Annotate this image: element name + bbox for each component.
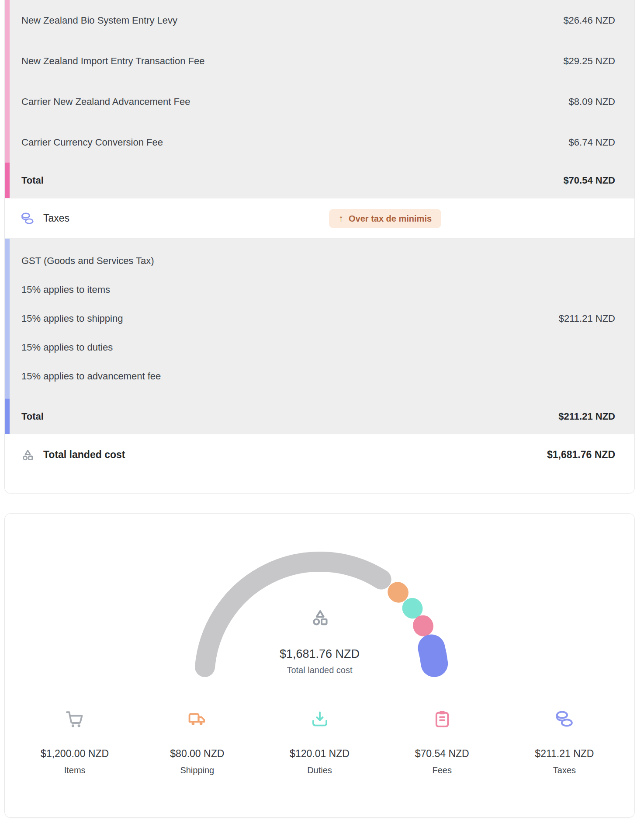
fee-accent-bar: [5, 122, 10, 163]
total-landed-cost-row: Total landed cost $1,681.76 NZD: [5, 434, 634, 476]
gst-row-list: GST (Goods and Services Tax) 15% applies…: [5, 239, 634, 399]
tax-detail-label: GST (Goods and Services Tax): [21, 255, 154, 267]
clipboard-icon: [433, 709, 452, 729]
fee-row: New Zealand Bio System Entry Levy $26.46…: [5, 0, 634, 41]
fee-amount: $26.46 NZD: [563, 15, 615, 26]
fee-label: Carrier New Zealand Advancement Fee: [21, 96, 190, 108]
breakdown-amount: $1,200.00 NZD: [41, 748, 109, 760]
tax-detail-label: 15% applies to advancement fee: [21, 371, 161, 382]
fee-label: New Zealand Import Entry Transaction Fee: [21, 56, 204, 67]
breakdown-label: Shipping: [180, 765, 214, 775]
download-icon: [310, 709, 329, 729]
fee-accent-bar: [5, 81, 10, 122]
fees-total-label: Total: [21, 175, 44, 186]
coins-icon: [555, 709, 574, 729]
breakdown-label: Taxes: [553, 765, 576, 775]
gauge-segment-taxes[interactable]: [431, 648, 434, 664]
breakdown-item-shipping[interactable]: $80.00 NZD Shipping: [136, 709, 258, 775]
breakdown-item-items[interactable]: $1,200.00 NZD Items: [14, 709, 136, 775]
cost-breakdown-card: New Zealand Bio System Entry Levy $26.46…: [4, 0, 635, 493]
tax-detail-label: 15% applies to items: [21, 284, 110, 295]
fee-amount: $8.09 NZD: [569, 96, 615, 108]
tax-detail-row: GST (Goods and Services Tax): [5, 247, 634, 275]
fees-total-amount: $70.54 NZD: [563, 175, 615, 186]
fee-amount: $6.74 NZD: [569, 137, 615, 148]
breakdown-amount: $120.01 NZD: [290, 748, 350, 760]
taxes-section-header: Taxes ↑ Over tax de minimis: [5, 198, 634, 239]
over-tax-de-minimis-badge: ↑ Over tax de minimis: [329, 209, 441, 228]
taxes-total-accent-bar: [5, 399, 10, 434]
gauge-segment-items[interactable]: [205, 562, 381, 667]
fees-total-row: Total $70.54 NZD: [5, 163, 634, 198]
tax-detail-label: 15% applies to shipping: [21, 313, 123, 324]
cost-breakdown-legend: $1,200.00 NZD Items $80.00 NZD Shipping …: [5, 709, 634, 775]
coins-icon: [21, 212, 35, 226]
fee-row: Carrier New Zealand Advancement Fee $8.0…: [5, 81, 634, 122]
taxes-total-row: Total $211.21 NZD: [5, 399, 634, 434]
breakdown-item-duties[interactable]: $120.01 NZD Duties: [258, 709, 381, 775]
fee-amount: $29.25 NZD: [563, 56, 615, 67]
gauge-segment-fees[interactable]: [422, 625, 423, 626]
fee-row: New Zealand Import Entry Transaction Fee…: [5, 41, 634, 81]
badge-text: Over tax de minimis: [349, 214, 432, 223]
taxes-total-amount: $211.21 NZD: [558, 411, 615, 422]
shapes-icon: [21, 448, 35, 462]
landed-cost-gauge[interactable]: [176, 541, 464, 695]
total-landed-cost-amount: $1,681.76 NZD: [547, 449, 615, 461]
gauge-segment-shipping[interactable]: [398, 592, 398, 593]
fee-label: Carrier Currency Conversion Fee: [21, 137, 163, 148]
breakdown-item-taxes[interactable]: $211.21 NZD Taxes: [503, 709, 626, 775]
breakdown-label: Duties: [307, 765, 332, 775]
fee-row: Carrier Currency Conversion Fee $6.74 NZ…: [5, 122, 634, 163]
breakdown-label: Fees: [432, 765, 451, 775]
tax-detail-row: 15% applies to advancement fee: [5, 362, 634, 391]
total-landed-cost-label: Total landed cost: [43, 449, 125, 461]
taxes-section-title: Taxes: [43, 212, 69, 224]
fee-accent-bar: [5, 0, 10, 41]
fees-row-list: New Zealand Bio System Entry Levy $26.46…: [5, 0, 634, 163]
fee-accent-bar: [5, 41, 10, 81]
fees-total-accent-bar: [5, 163, 10, 198]
breakdown-amount: $211.21 NZD: [535, 748, 594, 760]
breakdown-label: Items: [64, 765, 86, 775]
landed-cost-chart-card: $1,681.76 NZD Total landed cost $1,200.0…: [4, 513, 635, 818]
tax-detail-row: 15% applies to shipping $211.21 NZD: [5, 304, 634, 333]
fee-label: New Zealand Bio System Entry Levy: [21, 15, 177, 26]
tax-detail-amount: $211.21 NZD: [559, 313, 615, 324]
gauge-segment-duties[interactable]: [412, 608, 412, 608]
arrow-up-icon: ↑: [339, 214, 343, 223]
tax-detail-label: 15% applies to duties: [21, 342, 113, 353]
breakdown-amount: $70.54 NZD: [415, 748, 469, 760]
cart-icon: [65, 709, 84, 729]
taxes-total-label: Total: [21, 411, 44, 422]
tax-detail-row: 15% applies to duties: [5, 333, 634, 362]
breakdown-item-fees[interactable]: $70.54 NZD Fees: [381, 709, 503, 775]
breakdown-amount: $80.00 NZD: [170, 748, 224, 760]
landed-cost-panel: New Zealand Bio System Entry Levy $26.46…: [4, 0, 635, 818]
tax-detail-row: 15% applies to items: [5, 275, 634, 304]
truck-icon: [187, 709, 207, 729]
